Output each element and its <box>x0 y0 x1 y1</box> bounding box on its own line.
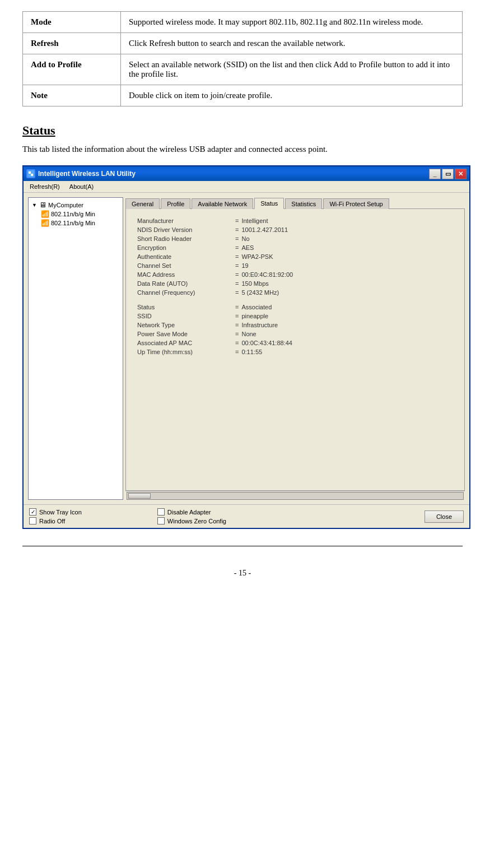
checkbox-radio-off[interactable]: Radio Off <box>29 517 82 524</box>
status-field-value: Infrastructure <box>241 322 278 328</box>
tree-root-label: MyComputer <box>48 202 83 208</box>
horizontal-scrollbar[interactable] <box>127 492 464 500</box>
status-separator: = <box>235 340 239 346</box>
page-separator <box>22 546 463 546</box>
app-icon <box>26 169 35 178</box>
info-table: Mode Supported wireless mode. It may sup… <box>22 11 463 106</box>
status-separator: = <box>235 262 239 269</box>
tree-item-2[interactable]: 📶 802.11n/b/g Min <box>31 219 120 228</box>
titlebar: Intelligent Wireless LAN Utility _ ▭ ✕ <box>24 166 469 181</box>
close-window-button[interactable]: ✕ <box>455 169 467 179</box>
status-heading: Status <box>22 123 463 138</box>
status-info-row: Short Radio Header = No <box>137 235 453 242</box>
table-row: Refresh Click Refresh button to search a… <box>23 33 463 54</box>
status-field-label: Channel Set <box>137 262 232 269</box>
status-field-label: Channel (Frequency) <box>137 289 232 296</box>
status-separator: = <box>235 349 239 355</box>
bottom-bar: Show Tray Icon Radio Off Disable Adapter… <box>24 504 469 528</box>
minimize-button[interactable]: _ <box>429 169 441 179</box>
checkbox-label: Disable Adapter <box>167 509 211 516</box>
status-field-label: Manufacturer <box>137 217 232 224</box>
checkbox-windows-zero-config[interactable]: Windows Zero Config <box>157 517 226 524</box>
status-field-value: WPA2-PSK <box>241 253 273 260</box>
status-field-label: Encryption <box>137 244 232 251</box>
svg-rect-1 <box>29 171 31 174</box>
status-field-label: MAC Address <box>137 271 232 278</box>
status-field-label: SSID <box>137 313 232 319</box>
status-field-value: pineapple <box>241 313 268 319</box>
status-separator: = <box>235 280 239 287</box>
tree-expand-icon: ▼ <box>32 202 38 208</box>
table-cell-label: Add to Profile <box>23 54 121 85</box>
status-info-row: Encryption = AES <box>137 244 453 251</box>
status-info-row: Channel Set = 19 <box>137 262 453 269</box>
table-row: Mode Supported wireless mode. It may sup… <box>23 12 463 33</box>
checkbox-disable-adapter[interactable]: Disable Adapter <box>157 508 226 516</box>
page-number: - 15 - <box>22 569 463 578</box>
tab-status[interactable]: Status <box>254 198 284 209</box>
status-separator: = <box>235 271 239 278</box>
checkbox-show-tray-icon[interactable]: Show Tray Icon <box>29 508 82 516</box>
status-field-label: Data Rate (AUTO) <box>137 280 232 287</box>
table-cell-desc: Click Refresh button to search and resca… <box>121 33 463 54</box>
status-field-label: Status <box>137 304 232 310</box>
tab-statistics[interactable]: Statistics <box>285 198 322 209</box>
status-field-value: Intelligent <box>241 217 268 224</box>
checkbox-label: Windows Zero Config <box>167 518 226 524</box>
computer-icon: 🖥 <box>39 201 46 209</box>
checkbox-box[interactable] <box>157 517 165 524</box>
status-info-row: Data Rate (AUTO) = 150 Mbps <box>137 280 453 287</box>
window-controls: _ ▭ ✕ <box>429 169 467 179</box>
titlebar-left: Intelligent Wireless LAN Utility <box>26 169 136 178</box>
status-separator: = <box>235 226 239 233</box>
tree-root[interactable]: ▼ 🖥 MyComputer <box>31 200 120 210</box>
status-field-value: 0:11:55 <box>241 349 262 355</box>
status-field-value: 00:E0:4C:81:92:00 <box>241 271 293 278</box>
status-field-label: NDIS Driver Version <box>137 226 232 233</box>
status-field-value: 00:0C:43:41:88:44 <box>241 340 292 346</box>
status-field-label: Associated AP MAC <box>137 340 232 346</box>
network-icon-2: 📶 <box>41 219 49 227</box>
maximize-button[interactable]: ▭ <box>442 169 454 179</box>
status-info-row: Channel (Frequency) = 5 (2432 MHz) <box>137 289 453 296</box>
status-field-value: None <box>241 331 256 337</box>
menubar: Refresh(R) About(A) <box>24 181 469 193</box>
tab-available-network[interactable]: Available Network <box>192 198 253 209</box>
table-cell-label: Mode <box>23 12 121 33</box>
status-info-row: Associated AP MAC = 00:0C:43:41:88:44 <box>137 340 453 346</box>
status-info-row: SSID = pineapple <box>137 313 453 319</box>
win-dialog: Intelligent Wireless LAN Utility _ ▭ ✕ R… <box>22 165 470 529</box>
table-cell-desc: Select an available network (SSID) on th… <box>121 54 463 85</box>
scrollbar-area <box>125 491 465 500</box>
scrollbar-thumb[interactable] <box>128 493 151 499</box>
tree-item-2-label: 802.11n/b/g Min <box>51 220 95 226</box>
tab-wi-fi-protect-setup[interactable]: Wi-Fi Protect Setup <box>323 198 389 209</box>
status-separator: = <box>235 313 239 319</box>
dialog-content: ▼ 🖥 MyComputer 📶 802.11n/b/g Min 📶 802.1… <box>24 193 469 504</box>
status-info-row: Network Type = Infrastructure <box>137 322 453 328</box>
status-spacer <box>137 298 453 304</box>
checkboxes-left: Show Tray Icon Radio Off <box>29 508 82 524</box>
dialog-title: Intelligent Wireless LAN Utility <box>38 170 136 178</box>
tree-item-1[interactable]: 📶 802.11n/b/g Min <box>31 210 120 219</box>
checkbox-box[interactable] <box>29 508 36 516</box>
menu-about[interactable]: About(A) <box>66 182 97 191</box>
table-cell-desc: Double click on item to join/create prof… <box>121 85 463 106</box>
table-cell-label: Note <box>23 85 121 106</box>
status-field-label: Up Time (hh:mm:ss) <box>137 349 232 355</box>
checkbox-label: Show Tray Icon <box>39 509 82 516</box>
status-field-value: Associated <box>241 304 272 310</box>
tab-general[interactable]: General <box>125 198 160 209</box>
close-dialog-button[interactable]: Close <box>425 510 464 523</box>
checkbox-box[interactable] <box>157 508 165 516</box>
status-separator: = <box>235 253 239 260</box>
checkbox-box[interactable] <box>29 517 36 524</box>
status-field-value: No <box>241 235 249 242</box>
device-tree: ▼ 🖥 MyComputer 📶 802.11n/b/g Min 📶 802.1… <box>28 197 123 500</box>
menu-refresh[interactable]: Refresh(R) <box>26 182 63 191</box>
status-field-label: Network Type <box>137 322 232 328</box>
tab-profile[interactable]: Profile <box>161 198 190 209</box>
table-row: Add to Profile Select an available netwo… <box>23 54 463 85</box>
table-row: Note Double click on item to join/create… <box>23 85 463 106</box>
table-cell-desc: Supported wireless mode. It may support … <box>121 12 463 33</box>
